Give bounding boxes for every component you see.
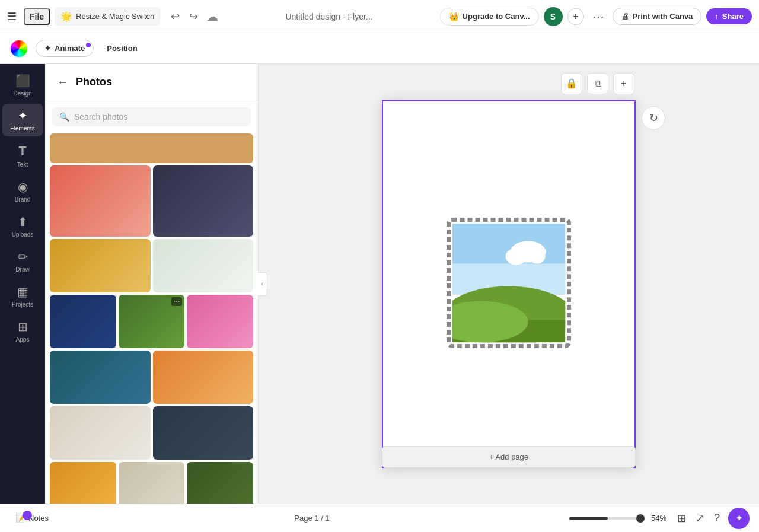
- search-icon: 🔍: [59, 112, 69, 122]
- brand-dot[interactable]: [23, 511, 32, 520]
- upgrade-button[interactable]: 👑 Upgrade to Canv...: [440, 8, 539, 26]
- sidebar-item-label: Apps: [16, 336, 30, 343]
- zoom-percent: 54%: [645, 514, 666, 523]
- print-label: Print with Canva: [633, 12, 693, 21]
- sidebar-item-uploads[interactable]: ⬆ Uploads: [2, 210, 43, 243]
- photo-item[interactable]: [187, 295, 253, 348]
- stamp-svg: [445, 216, 573, 349]
- menu-icon[interactable]: ☰: [7, 10, 17, 23]
- more-options-icon[interactable]: ⋯: [589, 7, 608, 26]
- color-wheel[interactable]: [9, 39, 28, 58]
- zoom-slider[interactable]: [569, 517, 640, 520]
- brand-icon: ◉: [18, 180, 28, 194]
- canvas-wrapper: 🔒 ⧉ + ↻: [382, 100, 636, 468]
- sidebar-item-brand[interactable]: ◉ Brand: [2, 175, 43, 208]
- photos-scroll: ⋯: [45, 131, 258, 504]
- photos-panel: ← Photos 🔍: [45, 64, 259, 504]
- view-buttons: ⊞ ⤢ ?: [674, 509, 723, 527]
- photo-item[interactable]: [50, 351, 151, 404]
- design-icon: ⬛: [15, 74, 30, 88]
- photo-item[interactable]: [187, 462, 253, 504]
- photo-item[interactable]: [153, 406, 254, 460]
- photo-item[interactable]: [50, 239, 151, 292]
- animate-icon: ✦: [44, 44, 51, 53]
- zoom-fill: [569, 517, 608, 520]
- panel-title: Photos: [76, 76, 112, 88]
- draw-icon: ✏: [18, 250, 28, 264]
- crown-icon: 👑: [449, 12, 459, 21]
- cloud-icon[interactable]: ☁: [206, 9, 218, 24]
- position-button[interactable]: Position: [101, 40, 143, 56]
- lock-button[interactable]: 🔒: [561, 73, 582, 94]
- main-area: ⬛ Design ✦ Elements T Text ◉ Brand ⬆ Upl…: [0, 64, 759, 504]
- animate-label: Animate: [55, 44, 85, 53]
- zoom-thumb[interactable]: [636, 514, 645, 523]
- animate-dot: [86, 43, 91, 47]
- page-indicator: Page 1 / 1: [55, 514, 569, 523]
- sidebar-item-label: Text: [17, 161, 28, 168]
- search-input[interactable]: [74, 112, 244, 122]
- photo-item[interactable]: [50, 165, 151, 237]
- photo-overlay[interactable]: ⋯: [119, 295, 185, 348]
- document-title[interactable]: Untitled design - Flyer...: [223, 12, 435, 21]
- canvas[interactable]: 🔒 ⧉ + ↻: [382, 100, 636, 468]
- uploads-icon: ⬆: [18, 215, 28, 229]
- add-page-button[interactable]: + Add page: [382, 446, 636, 468]
- animate-button[interactable]: ✦ Animate: [36, 40, 94, 57]
- sidebar-item-design[interactable]: ⬛ Design: [2, 69, 43, 101]
- undo-redo-group: ↩ ↪: [167, 8, 202, 26]
- sidebar-item-apps[interactable]: ⊞ Apps: [2, 315, 43, 348]
- panel-back-button[interactable]: ←: [55, 74, 71, 90]
- hide-panel-button[interactable]: ‹: [258, 272, 267, 296]
- panel-header: ← Photos: [45, 64, 258, 100]
- photo-item[interactable]: ⋯: [119, 295, 185, 348]
- sidebar-item-label: Projects: [12, 301, 33, 308]
- share-label: Share: [722, 12, 744, 21]
- refresh-button[interactable]: ↻: [642, 106, 665, 130]
- topbar: ☰ File 🌟 Resize & Magic Switch ↩ ↪ ☁ Unt…: [0, 0, 759, 33]
- sidebar-item-label: Brand: [15, 196, 31, 203]
- sidebar-item-draw[interactable]: ✏ Draw: [2, 245, 43, 278]
- help-button[interactable]: ?: [710, 509, 723, 527]
- photo-item[interactable]: [119, 462, 185, 504]
- sidebar-item-label: Uploads: [12, 231, 34, 238]
- canvas-toolbar: 🔒 ⧉ +: [561, 73, 634, 94]
- magic-sparkle-icon: ✦: [735, 512, 743, 524]
- photo-item[interactable]: [50, 462, 116, 504]
- magic-bottom-button[interactable]: ✦: [728, 508, 750, 529]
- sidebar-item-label: Elements: [10, 125, 35, 132]
- apps-icon: ⊞: [18, 320, 28, 334]
- magic-switch-button[interactable]: 🌟 Resize & Magic Switch: [55, 7, 160, 26]
- magic-emoji: 🌟: [60, 11, 72, 22]
- svg-point-6: [506, 248, 527, 265]
- sidebar-item-projects[interactable]: ▦ Projects: [2, 280, 43, 313]
- photo-item[interactable]: [153, 239, 254, 292]
- secondbar: ✦ Animate Position: [0, 33, 759, 64]
- photo-item[interactable]: [50, 133, 253, 163]
- add-collaborator-button[interactable]: +: [567, 8, 584, 25]
- avatar[interactable]: S: [544, 7, 563, 26]
- sidebar-item-label: Draw: [15, 266, 29, 273]
- more-button[interactable]: +: [613, 73, 634, 94]
- sidebar-item-text[interactable]: T Text: [2, 139, 43, 173]
- notes-button[interactable]: 📝 Notes: [9, 510, 55, 526]
- elements-icon: ✦: [18, 109, 28, 123]
- share-button[interactable]: ↑ Share: [706, 8, 752, 24]
- search-bar: 🔍: [52, 107, 251, 126]
- sidebar-item-elements[interactable]: ✦ Elements: [2, 104, 43, 136]
- photo-item[interactable]: [153, 165, 254, 237]
- bottombar: 📝 Notes Page 1 / 1 54% ⊞ ⤢ ? ✦: [0, 504, 759, 532]
- expand-view-button[interactable]: ⤢: [692, 509, 708, 527]
- stamp-illustration: [445, 216, 573, 352]
- photo-more-btn[interactable]: ⋯: [171, 297, 182, 306]
- photo-item[interactable]: [153, 351, 254, 404]
- copy-button[interactable]: ⧉: [587, 73, 608, 94]
- photo-item[interactable]: [50, 295, 116, 348]
- text-icon: T: [18, 144, 26, 159]
- undo-button[interactable]: ↩: [167, 8, 183, 26]
- photo-item[interactable]: [50, 406, 151, 460]
- print-button[interactable]: 🖨 Print with Canva: [613, 8, 702, 25]
- file-menu[interactable]: File: [24, 8, 50, 25]
- redo-button[interactable]: ↪: [186, 8, 202, 26]
- grid-view-button[interactable]: ⊞: [674, 509, 690, 527]
